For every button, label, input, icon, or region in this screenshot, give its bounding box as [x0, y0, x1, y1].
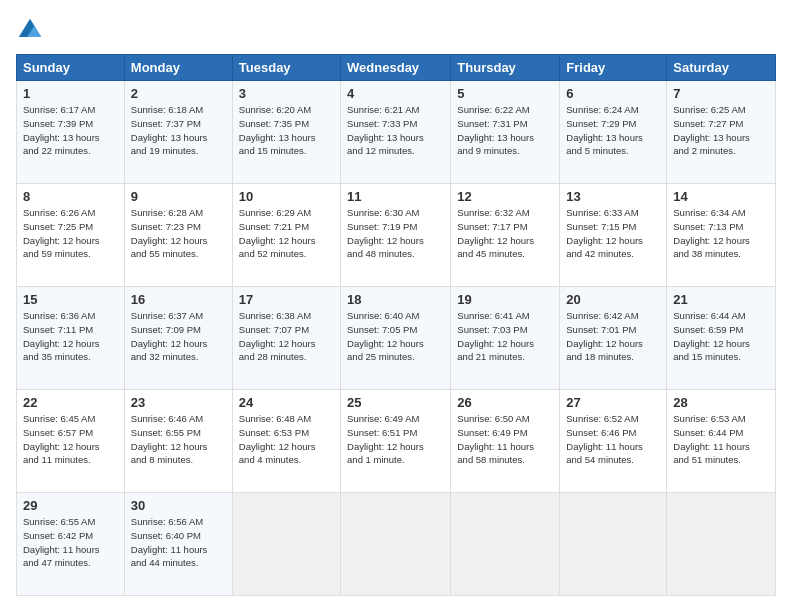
- day-cell: 4Sunrise: 6:21 AM Sunset: 7:33 PM Daylig…: [341, 81, 451, 184]
- day-cell: [341, 493, 451, 596]
- day-cell: 30Sunrise: 6:56 AM Sunset: 6:40 PM Dayli…: [124, 493, 232, 596]
- day-info: Sunrise: 6:53 AM Sunset: 6:44 PM Dayligh…: [673, 412, 769, 467]
- day-cell: [667, 493, 776, 596]
- day-number: 21: [673, 292, 769, 307]
- day-info: Sunrise: 6:20 AM Sunset: 7:35 PM Dayligh…: [239, 103, 334, 158]
- day-cell: [451, 493, 560, 596]
- day-cell: 19Sunrise: 6:41 AM Sunset: 7:03 PM Dayli…: [451, 287, 560, 390]
- day-number: 23: [131, 395, 226, 410]
- day-number: 20: [566, 292, 660, 307]
- day-cell: 27Sunrise: 6:52 AM Sunset: 6:46 PM Dayli…: [560, 390, 667, 493]
- day-info: Sunrise: 6:21 AM Sunset: 7:33 PM Dayligh…: [347, 103, 444, 158]
- day-number: 7: [673, 86, 769, 101]
- day-cell: [560, 493, 667, 596]
- day-info: Sunrise: 6:52 AM Sunset: 6:46 PM Dayligh…: [566, 412, 660, 467]
- day-info: Sunrise: 6:56 AM Sunset: 6:40 PM Dayligh…: [131, 515, 226, 570]
- day-number: 13: [566, 189, 660, 204]
- day-cell: 12Sunrise: 6:32 AM Sunset: 7:17 PM Dayli…: [451, 184, 560, 287]
- day-info: Sunrise: 6:30 AM Sunset: 7:19 PM Dayligh…: [347, 206, 444, 261]
- day-cell: 3Sunrise: 6:20 AM Sunset: 7:35 PM Daylig…: [232, 81, 340, 184]
- day-number: 10: [239, 189, 334, 204]
- day-number: 25: [347, 395, 444, 410]
- day-number: 19: [457, 292, 553, 307]
- day-info: Sunrise: 6:33 AM Sunset: 7:15 PM Dayligh…: [566, 206, 660, 261]
- day-cell: 23Sunrise: 6:46 AM Sunset: 6:55 PM Dayli…: [124, 390, 232, 493]
- day-number: 8: [23, 189, 118, 204]
- week-row-3: 15Sunrise: 6:36 AM Sunset: 7:11 PM Dayli…: [17, 287, 776, 390]
- weekday-saturday: Saturday: [667, 55, 776, 81]
- weekday-thursday: Thursday: [451, 55, 560, 81]
- day-cell: 24Sunrise: 6:48 AM Sunset: 6:53 PM Dayli…: [232, 390, 340, 493]
- day-cell: 17Sunrise: 6:38 AM Sunset: 7:07 PM Dayli…: [232, 287, 340, 390]
- day-info: Sunrise: 6:25 AM Sunset: 7:27 PM Dayligh…: [673, 103, 769, 158]
- logo: [16, 16, 48, 44]
- day-number: 11: [347, 189, 444, 204]
- day-info: Sunrise: 6:34 AM Sunset: 7:13 PM Dayligh…: [673, 206, 769, 261]
- day-cell: 5Sunrise: 6:22 AM Sunset: 7:31 PM Daylig…: [451, 81, 560, 184]
- day-number: 1: [23, 86, 118, 101]
- day-number: 28: [673, 395, 769, 410]
- day-cell: 7Sunrise: 6:25 AM Sunset: 7:27 PM Daylig…: [667, 81, 776, 184]
- day-info: Sunrise: 6:38 AM Sunset: 7:07 PM Dayligh…: [239, 309, 334, 364]
- day-info: Sunrise: 6:44 AM Sunset: 6:59 PM Dayligh…: [673, 309, 769, 364]
- day-info: Sunrise: 6:49 AM Sunset: 6:51 PM Dayligh…: [347, 412, 444, 467]
- day-number: 4: [347, 86, 444, 101]
- day-cell: 25Sunrise: 6:49 AM Sunset: 6:51 PM Dayli…: [341, 390, 451, 493]
- day-info: Sunrise: 6:41 AM Sunset: 7:03 PM Dayligh…: [457, 309, 553, 364]
- day-number: 24: [239, 395, 334, 410]
- day-cell: 10Sunrise: 6:29 AM Sunset: 7:21 PM Dayli…: [232, 184, 340, 287]
- day-info: Sunrise: 6:24 AM Sunset: 7:29 PM Dayligh…: [566, 103, 660, 158]
- day-number: 12: [457, 189, 553, 204]
- day-number: 5: [457, 86, 553, 101]
- day-number: 14: [673, 189, 769, 204]
- day-number: 15: [23, 292, 118, 307]
- day-cell: 6Sunrise: 6:24 AM Sunset: 7:29 PM Daylig…: [560, 81, 667, 184]
- day-number: 22: [23, 395, 118, 410]
- day-cell: 26Sunrise: 6:50 AM Sunset: 6:49 PM Dayli…: [451, 390, 560, 493]
- day-info: Sunrise: 6:45 AM Sunset: 6:57 PM Dayligh…: [23, 412, 118, 467]
- day-info: Sunrise: 6:17 AM Sunset: 7:39 PM Dayligh…: [23, 103, 118, 158]
- day-info: Sunrise: 6:32 AM Sunset: 7:17 PM Dayligh…: [457, 206, 553, 261]
- weekday-tuesday: Tuesday: [232, 55, 340, 81]
- day-info: Sunrise: 6:26 AM Sunset: 7:25 PM Dayligh…: [23, 206, 118, 261]
- logo-icon: [16, 16, 44, 44]
- day-cell: 11Sunrise: 6:30 AM Sunset: 7:19 PM Dayli…: [341, 184, 451, 287]
- day-info: Sunrise: 6:50 AM Sunset: 6:49 PM Dayligh…: [457, 412, 553, 467]
- day-cell: 1Sunrise: 6:17 AM Sunset: 7:39 PM Daylig…: [17, 81, 125, 184]
- day-cell: 20Sunrise: 6:42 AM Sunset: 7:01 PM Dayli…: [560, 287, 667, 390]
- day-info: Sunrise: 6:18 AM Sunset: 7:37 PM Dayligh…: [131, 103, 226, 158]
- day-info: Sunrise: 6:55 AM Sunset: 6:42 PM Dayligh…: [23, 515, 118, 570]
- week-row-5: 29Sunrise: 6:55 AM Sunset: 6:42 PM Dayli…: [17, 493, 776, 596]
- day-info: Sunrise: 6:29 AM Sunset: 7:21 PM Dayligh…: [239, 206, 334, 261]
- week-row-4: 22Sunrise: 6:45 AM Sunset: 6:57 PM Dayli…: [17, 390, 776, 493]
- week-row-1: 1Sunrise: 6:17 AM Sunset: 7:39 PM Daylig…: [17, 81, 776, 184]
- calendar-table: SundayMondayTuesdayWednesdayThursdayFrid…: [16, 54, 776, 596]
- weekday-wednesday: Wednesday: [341, 55, 451, 81]
- day-info: Sunrise: 6:36 AM Sunset: 7:11 PM Dayligh…: [23, 309, 118, 364]
- day-cell: 29Sunrise: 6:55 AM Sunset: 6:42 PM Dayli…: [17, 493, 125, 596]
- day-info: Sunrise: 6:48 AM Sunset: 6:53 PM Dayligh…: [239, 412, 334, 467]
- day-cell: 9Sunrise: 6:28 AM Sunset: 7:23 PM Daylig…: [124, 184, 232, 287]
- day-cell: 2Sunrise: 6:18 AM Sunset: 7:37 PM Daylig…: [124, 81, 232, 184]
- day-cell: [232, 493, 340, 596]
- day-cell: 8Sunrise: 6:26 AM Sunset: 7:25 PM Daylig…: [17, 184, 125, 287]
- day-cell: 18Sunrise: 6:40 AM Sunset: 7:05 PM Dayli…: [341, 287, 451, 390]
- day-info: Sunrise: 6:40 AM Sunset: 7:05 PM Dayligh…: [347, 309, 444, 364]
- day-cell: 28Sunrise: 6:53 AM Sunset: 6:44 PM Dayli…: [667, 390, 776, 493]
- day-info: Sunrise: 6:28 AM Sunset: 7:23 PM Dayligh…: [131, 206, 226, 261]
- day-number: 6: [566, 86, 660, 101]
- day-cell: 13Sunrise: 6:33 AM Sunset: 7:15 PM Dayli…: [560, 184, 667, 287]
- day-info: Sunrise: 6:22 AM Sunset: 7:31 PM Dayligh…: [457, 103, 553, 158]
- page: SundayMondayTuesdayWednesdayThursdayFrid…: [0, 0, 792, 612]
- day-number: 2: [131, 86, 226, 101]
- day-cell: 21Sunrise: 6:44 AM Sunset: 6:59 PM Dayli…: [667, 287, 776, 390]
- day-number: 30: [131, 498, 226, 513]
- day-number: 26: [457, 395, 553, 410]
- day-info: Sunrise: 6:46 AM Sunset: 6:55 PM Dayligh…: [131, 412, 226, 467]
- week-row-2: 8Sunrise: 6:26 AM Sunset: 7:25 PM Daylig…: [17, 184, 776, 287]
- weekday-monday: Monday: [124, 55, 232, 81]
- day-number: 27: [566, 395, 660, 410]
- weekday-header-row: SundayMondayTuesdayWednesdayThursdayFrid…: [17, 55, 776, 81]
- day-number: 3: [239, 86, 334, 101]
- day-number: 18: [347, 292, 444, 307]
